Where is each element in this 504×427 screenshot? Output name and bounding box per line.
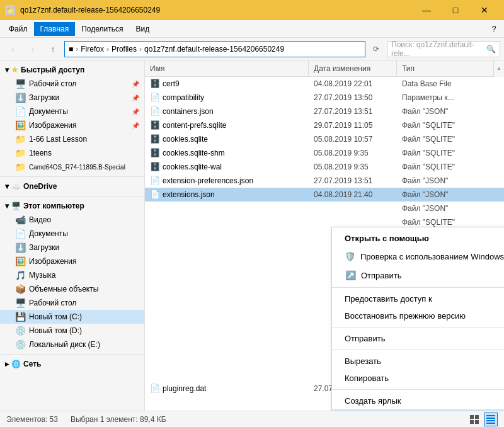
file-type-cookies: Файл "SQLITE" (397, 135, 504, 144)
sidebar-item-lesson[interactable]: 📁 1-66 Last Lesson (0, 132, 144, 146)
sidebar-item-downloads-pc-label: Загрузки (29, 243, 59, 252)
search-box[interactable]: Поиск: qo1z7znf.default-rele... 🔍 (387, 41, 500, 57)
menu-file[interactable]: Файл (3, 22, 34, 36)
file-name-cookies-shm: 🗄️cookies.sqlite-shm (145, 148, 309, 157)
scroll-top-indicator: ▲ (494, 60, 504, 77)
ctx-copy-label: Копировать (345, 373, 389, 383)
list-view-icon (486, 415, 495, 424)
view-grid-button[interactable] (467, 413, 481, 426)
quick-access-label: Быстрый доступ (21, 65, 84, 74)
ctx-restore-label: Восстановить прежнюю версию (345, 311, 466, 321)
svg-rect-5 (486, 418, 495, 419)
file-type-content-prefs: Файл "SQLITE" (397, 121, 504, 130)
docs-pc-icon: 📄 (15, 229, 25, 239)
file-name-containers: 📄containers.json (145, 106, 309, 116)
ctx-send-bottom-label: Отправить (345, 334, 385, 343)
network-header[interactable]: ▸ 🌐 Сеть (0, 357, 144, 371)
ctx-send-bottom[interactable]: Отправить › (332, 330, 504, 347)
file-type-cert9: Data Base File (397, 79, 504, 88)
sidebar-item-teens[interactable]: 📁 1teens (0, 146, 144, 160)
address-path[interactable]: ■ › Firefox › Profiles › qo1z7znf.defaul… (64, 41, 365, 57)
close-button[interactable]: ✕ (470, 0, 499, 20)
onedrive-header[interactable]: ▾ ☁️ OneDrive (0, 179, 144, 193)
minimize-button[interactable]: — (412, 0, 441, 20)
file-date-cert9: 04.08.2019 22:01 (309, 79, 397, 88)
quick-access-header[interactable]: ▾ ★ Быстрый доступ (0, 63, 144, 77)
file-icon-cert9: 🗄️ (150, 79, 160, 88)
divider-onedrive (0, 176, 144, 177)
up-button[interactable]: ↑ (44, 40, 62, 58)
file-name-extensions: 📄extensions.json (145, 190, 309, 199)
ctx-copy[interactable]: Копировать (332, 370, 504, 387)
sidebar-item-desktop-pc-label: Рабочий стол (29, 299, 76, 307)
sidebar-item-images-qa[interactable]: 🖼️ Изображения 📌 (0, 118, 144, 132)
file-row[interactable]: 🗄️cert9 04.08.2019 22:01 Data Base File (145, 77, 504, 91)
sidebar: ▾ ★ Быстрый доступ 🖥️ Рабочий стол 📌 ⬇️ … (0, 60, 145, 411)
path-profile-folder[interactable]: qo1z7znf.default-release-1564206650249 (144, 45, 284, 54)
sidebar-item-downloads-pc[interactable]: ⬇️ Загрузки (0, 241, 144, 254)
sidebar-item-downloads-qa[interactable]: ⬇️ Загрузки 📌 (0, 91, 144, 105)
col-header-type[interactable]: Тип (397, 60, 494, 76)
menu-bar: Файл Главная Поделиться Вид ? (0, 20, 504, 38)
file-row-extensions[interactable]: 📄extensions.json 04.08.2019 21:40 Файл "… (145, 188, 504, 202)
sidebar-item-camd[interactable]: 📁 Camd64OS_R74-11895.B-Special (0, 160, 144, 174)
file-row[interactable]: 📄compatibility 27.07.2019 13:50 Параметр… (145, 91, 504, 105)
file-row[interactable]: 🗄️content-prefs.sqlite 29.07.2019 11:05 … (145, 118, 504, 132)
file-icon-content-prefs: 🗄️ (150, 120, 160, 130)
svg-rect-1 (475, 415, 479, 419)
menu-home[interactable]: Главная (34, 22, 76, 36)
sidebar-item-desktop-qa[interactable]: 🖥️ Рабочий стол 📌 (0, 77, 144, 91)
ctx-restore[interactable]: Восстановить прежнюю версию (332, 307, 504, 324)
back-button[interactable]: ‹ (4, 40, 21, 58)
file-row[interactable]: 🗄️cookies.sqlite-shm 05.08.2019 9:35 Фай… (145, 146, 504, 160)
ctx-defender[interactable]: 🛡️ Проверка с использованием Windows Def… (332, 247, 504, 266)
downloads-pc-icon: ⬇️ (15, 242, 25, 253)
ctx-send-top[interactable]: ↗️ Отправить (332, 266, 504, 285)
file-row[interactable]: 📄extension-preferences.json 27.07.2019 1… (145, 174, 504, 188)
sidebar-item-music-label: Музыка (29, 271, 55, 280)
sidebar-item-desktop-pc[interactable]: 🖥️ Рабочий стол (0, 296, 144, 310)
sidebar-item-video[interactable]: 📹 Видео (0, 213, 144, 227)
c-drive-icon: 💾 (15, 312, 25, 322)
col-header-name[interactable]: Имя (145, 60, 309, 76)
maximize-button[interactable]: □ (441, 0, 470, 20)
menu-view[interactable]: Вид (129, 22, 156, 36)
this-pc-header[interactable]: ▾ 🖥️ Этот компьютер (0, 199, 144, 213)
file-icon-ext-prefs: 📄 (150, 176, 160, 185)
sidebar-item-e-drive[interactable]: 💿 Локальный диск (E:) (0, 338, 144, 351)
sidebar-item-music[interactable]: 🎵 Музыка (0, 268, 144, 282)
refresh-button[interactable]: ⟳ (368, 41, 384, 57)
file-row[interactable]: Файл "JSON" (145, 202, 504, 215)
file-row[interactable]: 🗄️cookies.sqlite-wal 05.08.2019 9:35 Фай… (145, 160, 504, 174)
sidebar-item-c-drive[interactable]: 💾 Новый том (C:) (0, 310, 144, 324)
ctx-delete[interactable]: Удалить (332, 409, 504, 411)
sidebar-item-3d[interactable]: 📦 Объемные объекты (0, 282, 144, 296)
view-list-button[interactable] (484, 413, 498, 426)
menu-search-icon[interactable]: ? (486, 21, 501, 37)
status-selected: Выбран 1 элемент: 89,4 КБ (71, 415, 166, 424)
sidebar-item-images-pc[interactable]: 🖼️ Изображения (0, 254, 144, 268)
this-pc-icon: 🖥️ (11, 202, 21, 210)
forward-button[interactable]: › (24, 40, 42, 58)
sidebar-item-d-drive[interactable]: 💿 Новый том (D:) (0, 324, 144, 338)
ctx-share[interactable]: Предоставить доступ к › (332, 290, 504, 307)
col-header-date[interactable]: Дата изменения (309, 60, 397, 76)
file-row[interactable]: 🗄️cookies.sqlite 05.08.2019 10:57 Файл "… (145, 132, 504, 146)
ctx-shortcut[interactable]: Создать ярлык (332, 392, 504, 409)
file-icon-compat: 📄 (150, 93, 160, 102)
sidebar-item-docs-pc[interactable]: 📄 Документы (0, 227, 144, 241)
ctx-open-with[interactable]: Открыть с помощью (332, 230, 504, 247)
this-pc-label: Этот компьютер (23, 202, 84, 210)
ctx-cut[interactable]: Вырезать (332, 353, 504, 370)
d-drive-icon: 💿 (15, 326, 25, 336)
search-placeholder: Поиск: qo1z7znf.default-rele... (391, 40, 486, 58)
music-icon: 🎵 (15, 270, 25, 280)
pin-downloads-icon: 📌 (132, 94, 139, 101)
sidebar-item-docs-qa[interactable]: 📄 Документы 📌 (0, 105, 144, 118)
path-profiles[interactable]: Profiles (112, 45, 137, 54)
path-firefox[interactable]: Firefox (81, 45, 104, 54)
sidebar-item-downloads-qa-label: Загрузки (29, 93, 59, 102)
defender-icon: 🛡️ (345, 251, 355, 262)
menu-share[interactable]: Поделиться (75, 22, 129, 36)
file-row[interactable]: 📄containers.json 27.07.2019 13:51 Файл "… (145, 105, 504, 118)
